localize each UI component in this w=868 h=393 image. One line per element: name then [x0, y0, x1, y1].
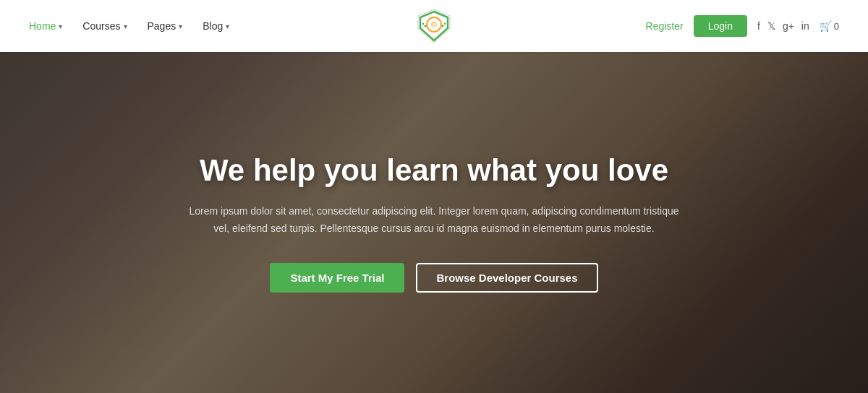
svg-point-7 — [444, 23, 446, 25]
chevron-down-icon: ▾ — [124, 22, 127, 30]
start-trial-button[interactable]: Start My Free Trial — [270, 263, 404, 293]
googleplus-icon[interactable]: g+ — [783, 20, 794, 32]
nav-home-label: Home — [29, 20, 56, 32]
hero-content: We help you learn what you love Lorem ip… — [0, 52, 868, 393]
hero-buttons: Start My Free Trial Browse Developer Cou… — [270, 263, 597, 293]
cart-count: 0 — [834, 21, 839, 32]
cart-area[interactable]: 🛒 0 — [820, 20, 839, 32]
register-link[interactable]: Register — [646, 20, 684, 32]
svg-text:©: © — [431, 20, 437, 29]
main-nav: Home ▾ Courses ▾ Pages ▾ Blog ▾ — [29, 20, 229, 32]
cart-icon: 🛒 — [820, 20, 832, 32]
login-button[interactable]: Login — [694, 15, 747, 37]
nav-home[interactable]: Home ▾ — [29, 20, 62, 32]
twitter-icon[interactable]: 𝕏 — [767, 20, 775, 32]
social-icons: f 𝕏 g+ in — [757, 20, 809, 32]
hero-section: We help you learn what you love Lorem ip… — [0, 52, 868, 393]
logo[interactable]: © — [415, 7, 453, 45]
nav-pages-label: Pages — [148, 20, 176, 32]
browse-courses-button[interactable]: Browse Developer Courses — [416, 263, 597, 293]
nav-blog-label: Blog — [203, 20, 223, 32]
logo-icon: © — [415, 7, 453, 45]
hero-title: We help you learn what you love — [200, 152, 668, 189]
chevron-down-icon: ▾ — [59, 22, 62, 30]
header-right: Register Login f 𝕏 g+ in 🛒 0 — [646, 15, 839, 37]
facebook-icon[interactable]: f — [757, 20, 760, 32]
svg-point-6 — [442, 25, 444, 27]
linkedin-icon[interactable]: in — [801, 20, 809, 32]
hero-subtitle: Lorem ipsum dolor sit amet, consectetur … — [188, 203, 680, 238]
nav-pages[interactable]: Pages ▾ — [148, 20, 183, 32]
chevron-down-icon: ▾ — [226, 22, 229, 30]
nav-courses-label: Courses — [82, 20, 120, 32]
header: Home ▾ Courses ▾ Pages ▾ Blog ▾ © — [0, 0, 868, 52]
chevron-down-icon: ▾ — [179, 22, 182, 30]
nav-courses[interactable]: Courses ▾ — [82, 20, 127, 32]
nav-blog[interactable]: Blog ▾ — [203, 20, 229, 32]
svg-point-5 — [422, 23, 424, 25]
svg-point-4 — [425, 25, 427, 27]
